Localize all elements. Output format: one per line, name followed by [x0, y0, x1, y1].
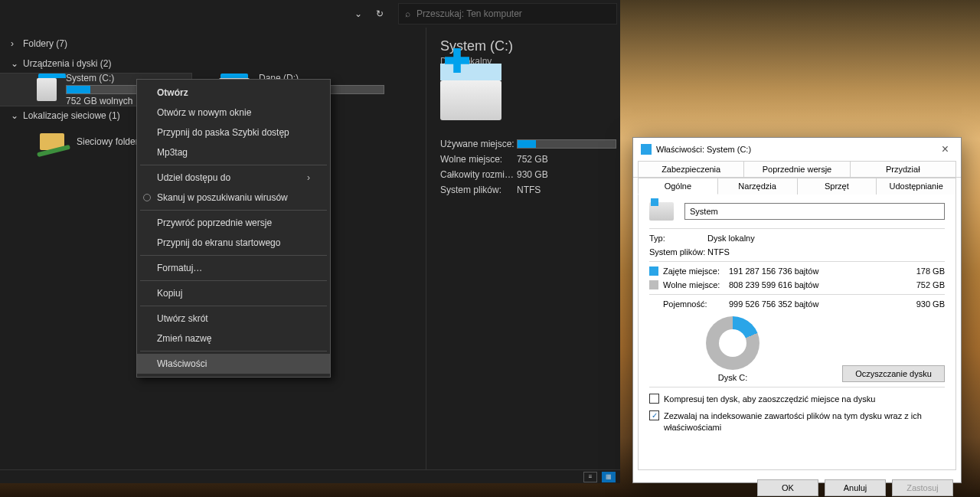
fs-label: System plików:	[649, 247, 707, 257]
stat-total-value: 930 GB	[517, 169, 616, 180]
compress-checkbox[interactable]: Kompresuj ten dysk, aby zaoszczędzić mie…	[649, 394, 945, 404]
ctx-pin-quick-access[interactable]: Przypnij do paska Szybki dostęp	[137, 123, 330, 142]
type-filesystem: Typ: Dysk lokalny System plików: NTFS	[649, 234, 945, 257]
ctx-copy[interactable]: Kopiuj	[137, 283, 330, 303]
search-input[interactable]	[416, 8, 610, 19]
separator	[649, 261, 945, 262]
group-label: Urządzenia i dyski (2)	[23, 58, 111, 69]
name-row	[649, 202, 945, 221]
drive-icon	[649, 202, 674, 221]
context-menu: Otwórz Otwórz w nowym oknie Przypnij do …	[136, 79, 331, 378]
compress-label: Kompresuj ten dysk, aby zaoszczędzić mie…	[664, 394, 875, 404]
search-icon: ⌕	[405, 8, 410, 19]
ctx-open-new-window[interactable]: Otwórz w nowym oknie	[137, 103, 330, 123]
used-swatch	[649, 266, 658, 276]
stat-free-value: 752 GB	[517, 154, 616, 165]
group-folders[interactable]: › Foldery (7)	[0, 34, 426, 54]
scan-icon	[143, 194, 151, 201]
preview-title: System (C:)	[440, 38, 616, 54]
tab-row-top: Zabezpieczenia Poprzednie wersje Przydzi…	[633, 161, 961, 178]
close-icon[interactable]: ×	[937, 142, 953, 156]
ctx-restore-versions[interactable]: Przywróć poprzednie wersje	[137, 213, 330, 233]
stat-fs-label: System plików:	[440, 185, 517, 195]
preview-stats: Używane miejsce: Wolne miejsce: 752 GB C…	[440, 139, 616, 195]
ctx-rename[interactable]: Zmień nazwę	[137, 329, 330, 348]
index-label: Zezwalaj na indeksowanie zawartości plik…	[664, 410, 945, 433]
address-bar[interactable]: ⌄ ↻	[3, 3, 394, 25]
cancel-button[interactable]: Anuluj	[825, 479, 886, 496]
ctx-separator	[140, 280, 327, 281]
group-devices[interactable]: ⌄ Urządzenia i dyski (2)	[0, 54, 426, 74]
stat-used-label: Używane miejsce:	[440, 139, 517, 149]
ctx-properties[interactable]: Właściwości	[137, 354, 330, 374]
capacity-label: Pojemność:	[663, 299, 729, 309]
group-label: Lokalizacje sieciowe (1)	[23, 110, 120, 121]
tab-quota[interactable]: Przydział	[850, 161, 956, 177]
drive-icon	[37, 78, 57, 101]
tab-general-body: Typ: Dysk lokalny System plików: NTFS Za…	[638, 195, 956, 470]
ctx-separator	[140, 255, 327, 256]
stat-total-label: Całkowity rozmi…	[440, 169, 517, 180]
ctx-format[interactable]: Formatuj…	[137, 258, 330, 278]
ctx-share[interactable]: Udziel dostępu do›	[137, 168, 330, 188]
free-bytes: 808 239 599 616 bajtów	[729, 280, 899, 289]
ctx-separator	[140, 210, 327, 211]
capacity-bytes: 999 526 756 352 bajtów	[729, 299, 899, 309]
ctx-separator	[140, 165, 327, 165]
type-label: Typ:	[649, 234, 707, 243]
view-tiles-button[interactable]: ▦	[602, 472, 616, 482]
usage-donut	[706, 316, 760, 370]
ok-button[interactable]: OK	[757, 479, 818, 496]
checkbox-icon: ✓	[649, 410, 659, 420]
drive-info: Sieciowy folder	[77, 136, 139, 147]
checkbox-icon	[649, 394, 659, 404]
view-details-button[interactable]: ≡	[583, 472, 597, 482]
ctx-pin-start[interactable]: Przypnij do ekranu startowego	[137, 233, 330, 253]
capacity-row: Pojemność: 999 526 756 352 bajtów 930 GB	[649, 299, 945, 309]
statusbar: ≡ ▦	[0, 469, 620, 483]
fs-value: NTFS	[707, 247, 945, 257]
tab-previous-versions[interactable]: Poprzednie wersje	[743, 161, 850, 177]
chevron-down-icon: ⌄	[11, 110, 18, 121]
preview-drive-icon	[440, 80, 501, 120]
tab-hardware[interactable]: Sprzęt	[797, 178, 877, 195]
history-dropdown-icon[interactable]: ⌄	[349, 5, 368, 23]
tab-row-bottom: Ogólne Narzędzia Sprzęt Udostępnianie	[633, 178, 961, 195]
tab-general[interactable]: Ogólne	[638, 178, 718, 195]
free-swatch	[649, 280, 658, 289]
ctx-separator	[140, 306, 327, 306]
apply-button[interactable]: Zastosuj	[892, 479, 953, 496]
ctx-open[interactable]: Otwórz	[137, 83, 330, 103]
ctx-scan-virus[interactable]: Skanuj w poszukiwaniu wirusów	[137, 188, 330, 208]
index-checkbox[interactable]: ✓ Zezwalaj na indeksowanie zawartości pl…	[649, 410, 945, 433]
used-gb: 178 GB	[899, 266, 945, 276]
donut-label: Dysk C:	[649, 373, 816, 382]
tab-tools[interactable]: Narzędzia	[717, 178, 798, 195]
search-box[interactable]: ⌕	[398, 3, 617, 25]
tab-security[interactable]: Zabezpieczenia	[638, 161, 744, 177]
separator	[649, 387, 945, 387]
ctx-mp3tag[interactable]: Mp3tag	[137, 142, 330, 162]
free-label: Wolne miejsce:	[663, 280, 729, 289]
stat-fs-value: NTFS	[517, 185, 616, 195]
separator	[649, 228, 945, 229]
disk-cleanup-button[interactable]: Oczyszczanie dysku	[842, 365, 945, 382]
donut-row: Dysk C: Oczyszczanie dysku	[649, 316, 945, 382]
capacity-gb: 930 GB	[899, 299, 945, 309]
chevron-right-icon: ›	[11, 38, 18, 49]
tab-sharing[interactable]: Udostępnianie	[876, 178, 956, 195]
group-label: Foldery (7)	[23, 38, 67, 49]
type-value: Dysk lokalny	[707, 234, 945, 243]
dialog-buttons: OK Anuluj Zastosuj	[633, 475, 961, 497]
used-bytes: 191 287 156 736 bajtów	[729, 266, 899, 276]
free-gb: 752 GB	[899, 280, 945, 289]
ctx-separator	[140, 351, 327, 351]
refresh-icon[interactable]: ↻	[371, 5, 389, 23]
chevron-right-icon: ›	[307, 172, 310, 183]
dialog-title: Właściwości: System (C:)	[656, 145, 751, 154]
ctx-create-shortcut[interactable]: Utwórz skrót	[137, 309, 330, 329]
separator	[649, 294, 945, 295]
properties-dialog: Właściwości: System (C:) × Zabezpieczeni…	[632, 137, 962, 483]
dialog-titlebar[interactable]: Właściwości: System (C:) ×	[633, 138, 961, 161]
drive-name-input[interactable]	[684, 203, 945, 220]
